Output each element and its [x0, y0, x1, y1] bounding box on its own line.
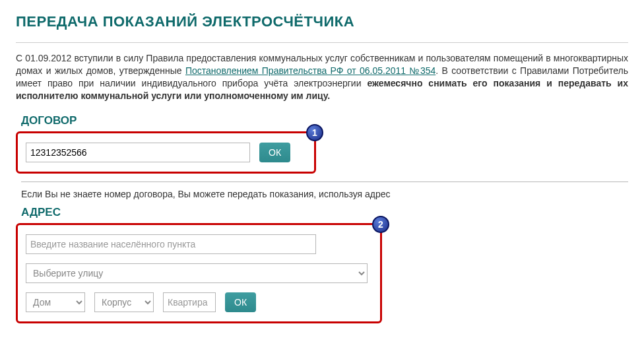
apartment-input[interactable]	[163, 292, 216, 312]
intro-paragraph: С 01.09.2012 вступили в силу Правила пре…	[16, 52, 628, 102]
building-select[interactable]: Корпус	[94, 292, 154, 312]
contract-group: 1 ОК	[16, 131, 316, 174]
locality-input[interactable]	[26, 234, 316, 254]
decree-link[interactable]: Постановлением Правительства РФ от 06.05…	[185, 65, 435, 76]
address-group: 2 Выберите улицу Дом Корпус ОК	[16, 223, 382, 323]
badge-one: 1	[306, 124, 323, 141]
contract-number-input[interactable]	[26, 143, 250, 162]
contract-ok-button[interactable]: ОК	[259, 143, 290, 162]
house-select[interactable]: Дом	[26, 292, 85, 312]
page-title: ПЕРЕДАЧА ПОКАЗАНИЙ ЭЛЕКТРОСЧЁТЧИКА	[16, 13, 628, 30]
title-divider	[16, 42, 628, 43]
no-contract-hint: Если Вы не знаете номер договора, Вы мож…	[21, 189, 628, 199]
street-select[interactable]: Выберите улицу	[26, 263, 368, 283]
address-ok-button[interactable]: ОК	[225, 292, 256, 312]
address-heading: АДРЕС	[21, 206, 628, 219]
badge-two: 2	[372, 216, 389, 233]
section-divider	[21, 182, 628, 182]
contract-heading: ДОГОВОР	[21, 114, 628, 127]
